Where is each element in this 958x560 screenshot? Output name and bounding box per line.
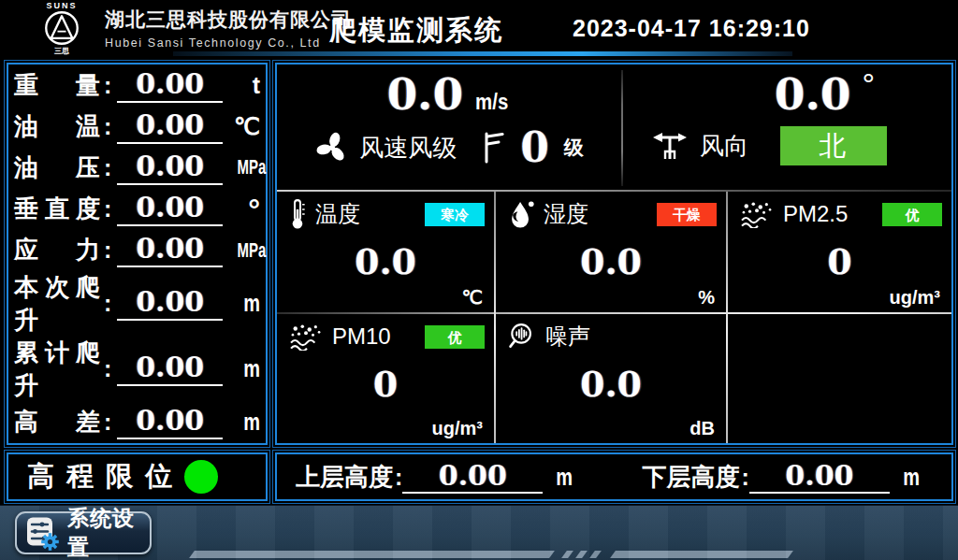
metric-row-weight: 重量: 0.00 t <box>14 65 260 106</box>
metric-row-height-diff: 高差: 0.00 m <box>14 402 260 443</box>
elevation-limit-label: 高程限位 <box>27 458 184 495</box>
metric-value: 0.00 <box>117 68 223 103</box>
lower-height-unit: m <box>903 464 920 491</box>
pm10-cell: PM10 优 0 ug/m³ <box>277 314 494 443</box>
sensor-label: PM10 <box>332 323 391 350</box>
sensor-unit: dB <box>689 418 715 439</box>
wind-speed-label: 风速风级 <box>359 132 457 165</box>
metric-unit: ℃ <box>226 113 260 140</box>
sensor-unit: ℃ <box>462 286 483 309</box>
company-name-en: Hubei Sansi Technology Co., Ltd <box>105 36 352 50</box>
metric-label: 本次爬升 <box>14 271 100 337</box>
page-title: 爬模监测系统 <box>329 12 503 50</box>
settings-button-label: 系统设置 <box>67 504 150 560</box>
sensor-value: 0.0 <box>496 240 726 282</box>
metric-row-total-climb: 累计爬升: 0.00 m <box>14 337 260 402</box>
metric-row-stress: 应力: 0.00 MPa <box>14 230 260 271</box>
sensor-label: PM2.5 <box>783 201 848 227</box>
settings-sliders-gear-icon <box>24 515 60 551</box>
metric-value: 0.00 <box>117 151 223 185</box>
noise-meter-icon <box>507 322 537 352</box>
sensor-grid: 温度 寒冷 0.0 ℃ 湿度 干燥 <box>277 190 951 443</box>
company-name: 湖北三思科技股份有限公司 Hubei Sansi Technology Co.,… <box>105 7 352 50</box>
pm10-status-badge: 优 <box>425 325 485 349</box>
wind-direction-value: 0.0 <box>775 70 851 119</box>
wind-section: 0.0 m/s 风速风级 <box>277 65 951 190</box>
metric-value: 0.00 <box>117 352 223 386</box>
metric-row-oil-temp: 油温: 0.00 ℃ <box>14 106 260 147</box>
monitor-screen: SUNS 三思 湖北三思科技股份有限公司 Hubei Sansi Technol… <box>0 0 958 560</box>
company-name-cn: 湖北三思科技股份有限公司 <box>105 7 352 33</box>
taskbar-stripe-slash <box>575 551 588 558</box>
taskbar-stripe-slash <box>589 551 602 558</box>
empty-cell <box>728 314 951 443</box>
sensor-value: 0.0 <box>277 240 494 282</box>
elevation-limit-indicator <box>184 460 218 494</box>
metric-value: 0.00 <box>117 233 223 267</box>
wind-direction-badge: 北 <box>780 126 887 165</box>
wind-speed-value: 0.0 <box>386 70 463 119</box>
sensor-value: 0.0 <box>496 363 726 405</box>
metric-row-verticality: 垂直度: 0.00 ° <box>14 189 260 230</box>
company-logo: SUNS 三思 <box>22 0 101 56</box>
pm25-status-badge: 优 <box>882 203 942 226</box>
sensor-label: 温度 <box>315 199 360 229</box>
taskbar: 系统设置 <box>0 505 958 560</box>
fan-icon <box>314 130 350 165</box>
elevation-limit-panel: 高程限位 <box>4 450 270 504</box>
metric-unit: MPa <box>238 238 260 263</box>
logo-sansi-text: 三思 <box>22 46 101 56</box>
sensor-unit: ug/m³ <box>432 418 483 439</box>
system-settings-button[interactable]: 系统设置 <box>15 511 152 554</box>
lower-height-group: 下层高度 : 0.00 m <box>643 460 922 494</box>
upper-height-group: 上层高度 : 0.00 m <box>296 460 575 494</box>
metric-label: 应力 <box>14 234 100 266</box>
metric-row-oil-pressure: 油压: 0.00 MPa <box>14 147 260 188</box>
metric-label: 垂直度 <box>14 193 100 225</box>
lower-height-label: 下层高度 <box>643 461 740 494</box>
metric-label: 油压 <box>14 151 100 184</box>
wind-level-unit: 级 <box>564 135 584 161</box>
sensor-label: 湿度 <box>544 199 588 229</box>
noise-cell: 噪声 0.0 dB <box>496 314 726 443</box>
sensor-value: 0 <box>728 240 951 282</box>
temperature-cell: 温度 寒冷 0.0 ℃ <box>277 192 494 312</box>
humidity-status-badge: 干燥 <box>657 203 717 226</box>
datetime-display: 2023-04-17 16:29:10 <box>573 15 810 42</box>
pm25-cell: PM2.5 优 0 ug/m³ <box>728 192 951 312</box>
metric-label: 高差 <box>14 406 100 438</box>
wind-speed-cell: 0.0 m/s 风速风级 <box>277 65 621 190</box>
upper-height-value: 0.00 <box>402 460 543 494</box>
thermometer-icon <box>288 198 307 230</box>
upper-height-label: 上层高度 <box>296 461 393 494</box>
metric-row-current-climb: 本次爬升: 0.00 m <box>14 271 260 337</box>
taskbar-stripe <box>189 551 555 558</box>
metric-unit: MPa <box>238 155 260 179</box>
wind-direction-label: 风向 <box>700 130 748 163</box>
humidity-cell: 湿度 干燥 0.0 % <box>496 192 726 312</box>
logo-suns-text: SUNS <box>22 1 101 10</box>
metric-value: 0.00 <box>117 109 223 144</box>
sensor-unit: % <box>698 287 715 309</box>
metric-label: 累计爬升 <box>14 337 100 402</box>
sansi-logo-icon <box>42 10 81 46</box>
wind-speed-unit: m/s <box>475 89 508 115</box>
wind-level-value: 0 <box>520 126 549 169</box>
metric-label: 油温 <box>14 110 100 143</box>
sensor-label: 噪声 <box>545 322 590 352</box>
metric-value: 0.00 <box>117 405 223 439</box>
wind-level-flag-icon <box>481 131 505 165</box>
metric-unit: ° <box>226 200 260 219</box>
metric-unit: m <box>233 409 260 436</box>
header-divider <box>173 51 792 56</box>
lower-height-value: 0.00 <box>749 460 890 494</box>
metric-unit: m <box>233 355 260 382</box>
particles-icon <box>739 200 775 228</box>
metric-unit: m <box>233 290 260 317</box>
metric-unit: t <box>226 72 260 99</box>
metric-label: 重量 <box>14 69 100 102</box>
environment-panel: 0.0 m/s 风速风级 <box>272 60 956 448</box>
wind-direction-cell: 0.0 ° 风向 北 <box>623 65 951 190</box>
metric-value: 0.00 <box>117 286 223 321</box>
header: SUNS 三思 湖北三思科技股份有限公司 Hubei Sansi Technol… <box>0 0 958 56</box>
